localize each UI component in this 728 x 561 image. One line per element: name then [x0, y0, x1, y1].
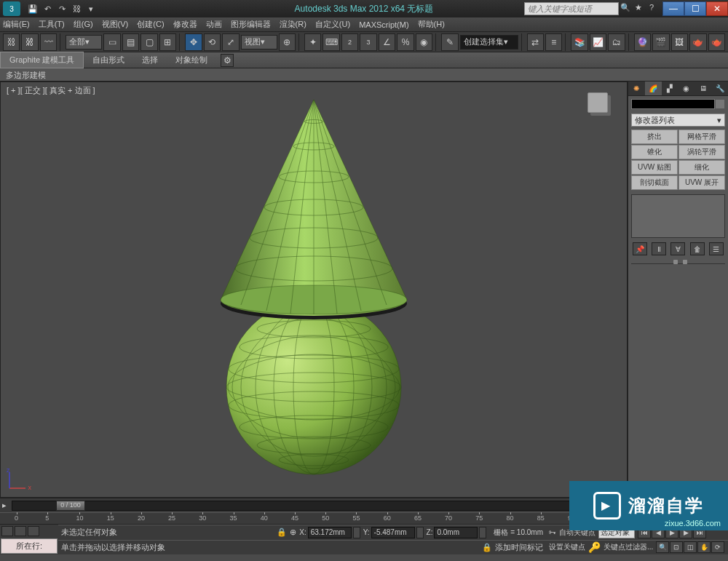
- mod-slice[interactable]: 剖切截面: [631, 175, 678, 190]
- modifier-stack[interactable]: [631, 194, 725, 238]
- sel-lock-icon[interactable]: [1, 526, 13, 536]
- snap-2d-icon[interactable]: 2: [341, 33, 358, 51]
- abs-rel-icon[interactable]: ⊕: [290, 528, 296, 537]
- maximize-button[interactable]: ☐: [684, 1, 706, 16]
- qat-link-icon[interactable]: ⛓: [70, 2, 83, 15]
- nav-pan-icon[interactable]: ✋: [697, 541, 711, 553]
- percent-snap-icon[interactable]: %: [397, 33, 414, 51]
- ribbon-config-icon[interactable]: ⚙: [221, 54, 234, 67]
- tab-motion-icon[interactable]: ◉: [678, 81, 695, 95]
- link-icon[interactable]: ⛓: [3, 33, 20, 51]
- lock-selection-icon[interactable]: 🔒: [277, 528, 287, 537]
- named-selection-sets[interactable]: 创建选择集 ▾: [460, 35, 518, 49]
- ref-coord-system[interactable]: 视图 ▾: [241, 35, 277, 49]
- select-object-icon[interactable]: ▭: [103, 33, 120, 51]
- tab-modify-icon[interactable]: 🌈: [645, 81, 662, 95]
- ribbon-panel-label[interactable]: 多边形建模: [0, 68, 728, 81]
- remove-modifier-icon[interactable]: 🗑: [690, 242, 705, 255]
- select-region-icon[interactable]: ▢: [141, 33, 157, 51]
- key-mode-icon[interactable]: 🗝: [549, 528, 556, 536]
- angle-snap-icon[interactable]: ∠: [379, 33, 395, 51]
- render-iterative-icon[interactable]: 🫖: [708, 33, 725, 51]
- bind-spacewarp-icon[interactable]: 〰: [40, 33, 57, 51]
- nav-zoomall-icon[interactable]: ⊡: [670, 541, 683, 553]
- tab-utilities-icon[interactable]: 🔧: [711, 81, 728, 95]
- add-time-tag[interactable]: 添加时间标记: [495, 542, 543, 553]
- select-scale-icon[interactable]: ⤢: [222, 33, 239, 51]
- selection-filter[interactable]: 全部 ▾: [66, 35, 102, 49]
- schematic-view-icon[interactable]: 🗂: [608, 33, 625, 51]
- configure-sets-icon[interactable]: ☰: [709, 242, 724, 255]
- ribbon-tab-graphite[interactable]: Graphite 建模工具: [0, 52, 84, 68]
- show-end-result-icon[interactable]: Ⅱ: [652, 242, 666, 255]
- menu-modifiers[interactable]: 修改器: [173, 19, 197, 30]
- use-pivot-center-icon[interactable]: ⊕: [279, 33, 296, 51]
- minimize-button[interactable]: —: [662, 1, 684, 16]
- menu-views[interactable]: 视图(V): [102, 19, 129, 30]
- favorite-icon[interactable]: ★: [635, 3, 646, 15]
- menu-edit[interactable]: 编辑(E): [3, 19, 30, 30]
- ribbon-tab-object-paint[interactable]: 对象绘制: [167, 52, 216, 68]
- menu-maxscript[interactable]: MAXScript(M): [359, 20, 408, 29]
- unlink-icon[interactable]: ⛓̸: [21, 33, 38, 51]
- menu-create[interactable]: 创建(C): [137, 19, 164, 30]
- time-slider-thumb[interactable]: 0 / 100: [56, 501, 85, 511]
- panel-divider[interactable]: [631, 258, 725, 264]
- sel-brackets-icon[interactable]: [28, 526, 39, 536]
- big-key-icon[interactable]: 🔑: [588, 541, 601, 553]
- track-bar-toggle-icon[interactable]: ▸: [0, 501, 9, 510]
- pin-stack-icon[interactable]: 📌: [633, 242, 647, 255]
- mod-uvwmap[interactable]: UVW 贴图: [631, 160, 678, 175]
- mod-tessellate[interactable]: 细化: [678, 160, 725, 175]
- help-search-input[interactable]: [524, 2, 619, 15]
- qat-redo-icon[interactable]: ↷: [55, 2, 68, 15]
- spinner-snap-icon[interactable]: ◉: [416, 33, 432, 51]
- spin-x[interactable]: [353, 527, 360, 538]
- search-icon[interactable]: 🔍: [620, 3, 632, 15]
- render-setup-icon[interactable]: 🎬: [652, 33, 669, 51]
- make-unique-icon[interactable]: ∀: [670, 242, 685, 255]
- viewcube[interactable]: [583, 88, 612, 117]
- coord-x[interactable]: 63.172mm: [308, 527, 352, 538]
- tab-display-icon[interactable]: 🖥: [695, 81, 711, 95]
- nav-fov-icon[interactable]: ◫: [684, 541, 697, 553]
- set-key-button[interactable]: 设置关键点: [549, 542, 585, 552]
- app-logo[interactable]: 3: [3, 1, 20, 16]
- align-icon[interactable]: ≡: [545, 33, 562, 51]
- select-by-name-icon[interactable]: ▤: [122, 33, 139, 51]
- spin-y[interactable]: [416, 527, 424, 538]
- close-button[interactable]: ✕: [706, 1, 728, 16]
- ribbon-tab-freeform[interactable]: 自由形式: [84, 52, 133, 68]
- help-icon[interactable]: ?: [649, 3, 661, 15]
- rendered-frame-icon[interactable]: 🖼: [671, 33, 688, 51]
- mirror-icon[interactable]: ⇄: [527, 33, 544, 51]
- object-name-field[interactable]: [631, 99, 715, 109]
- menu-customize[interactable]: 自定义(U): [315, 19, 350, 30]
- coord-z[interactable]: 0.0mm: [434, 527, 478, 538]
- select-move-icon[interactable]: ✥: [185, 33, 202, 51]
- qat-dropdown-icon[interactable]: ▾: [84, 2, 98, 15]
- layer-indicator[interactable]: 所在行:: [1, 538, 58, 554]
- curve-editor-icon[interactable]: 📈: [590, 33, 606, 51]
- menu-graph-editors[interactable]: 图形编辑器: [231, 19, 271, 30]
- modifier-list-dropdown[interactable]: 修改器列表: [631, 114, 725, 127]
- material-editor-icon[interactable]: 🔮: [634, 33, 651, 51]
- layer-manager-icon[interactable]: 📚: [571, 33, 587, 51]
- mod-uvwunwrap[interactable]: UVW 展开: [678, 175, 725, 190]
- scene-geometry[interactable]: [197, 85, 430, 478]
- menu-help[interactable]: 帮助(H): [418, 19, 445, 30]
- key-filters-button[interactable]: 关键点过滤器...: [604, 542, 653, 552]
- qat-undo-icon[interactable]: ↶: [41, 2, 54, 15]
- mod-turbosmooth[interactable]: 涡轮平滑: [678, 145, 725, 159]
- snap-3d-icon[interactable]: 3: [360, 33, 376, 51]
- mod-meshsmooth[interactable]: 网格平滑: [678, 130, 725, 144]
- viewport-label[interactable]: [ + ][ 正交 ][ 真实 + 边面 ]: [7, 85, 95, 96]
- render-production-icon[interactable]: 🫖: [689, 33, 706, 51]
- menu-rendering[interactable]: 渲染(R): [280, 19, 306, 30]
- mod-taper[interactable]: 锥化: [631, 145, 678, 159]
- window-crossing-icon[interactable]: ⊞: [159, 33, 176, 51]
- lock-icon-2[interactable]: 🔒: [482, 543, 492, 552]
- spin-z[interactable]: [479, 527, 486, 538]
- manipulate-icon[interactable]: ✦: [304, 33, 321, 51]
- nav-orbit-icon[interactable]: ⟳: [711, 541, 724, 553]
